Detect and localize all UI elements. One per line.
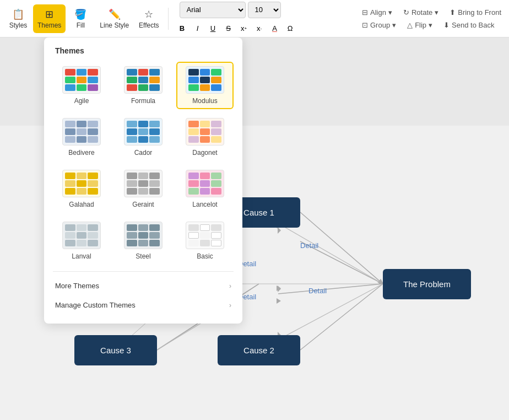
fill-icon: 🪣	[74, 8, 86, 20]
cador-label: Cador	[134, 149, 153, 157]
theme-modulus[interactable]: Modulus	[176, 62, 234, 109]
modulus-label: Modulus	[192, 97, 217, 105]
flip-label: Flip	[415, 21, 426, 29]
galahad-preview	[62, 170, 101, 197]
bring-front-button[interactable]: ⬆ Bring to Front	[446, 7, 505, 18]
bold-button[interactable]: B	[175, 21, 189, 36]
main-toolbar: 📋 Styles ⊞ Themes 🪣 Fill ✏️ Line Style ☆…	[0, 0, 509, 37]
problem-node[interactable]: The Problem	[383, 269, 471, 299]
effects-label: Effects	[139, 21, 159, 29]
svg-marker-6	[277, 298, 281, 304]
themes-dropdown: Themes Agile	[44, 37, 242, 324]
steel-preview	[124, 222, 163, 249]
problem-label: The Problem	[403, 279, 451, 289]
lanval-preview	[62, 222, 101, 249]
group-chevron: ▾	[392, 21, 396, 29]
more-themes-chevron: ›	[229, 282, 231, 290]
italic-button[interactable]: I	[191, 21, 205, 36]
group-button[interactable]: ⊡ Group ▾	[359, 20, 399, 30]
send-back-label: Send to Back	[452, 21, 494, 29]
theme-lanval[interactable]: Lanval	[53, 217, 110, 265]
font-size-select[interactable]: 10 12 14	[248, 2, 281, 18]
basic-preview	[186, 222, 224, 249]
toolbar-divider-1	[168, 8, 169, 30]
lanval-label: Lanval	[72, 252, 91, 260]
formula-label: Formula	[131, 97, 155, 105]
rotate-button[interactable]: ↻ Rotate ▾	[400, 7, 442, 18]
right-toolbar-row-2: ⊡ Group ▾ △ Flip ▾ ⬇ Send to Back	[359, 20, 505, 30]
subscript-button[interactable]: x-	[252, 21, 267, 36]
align-chevron: ▾	[388, 8, 392, 17]
themes-grid: Agile Formula	[53, 62, 234, 265]
fill-button[interactable]: 🪣 Fill	[67, 4, 94, 33]
dropdown-divider	[53, 271, 234, 272]
svg-marker-15	[278, 286, 281, 292]
rotate-chevron: ▾	[435, 8, 438, 17]
lancelot-preview	[186, 170, 224, 197]
flip-icon: △	[407, 21, 413, 29]
theme-agile[interactable]: Agile	[53, 62, 110, 109]
dagonet-label: Dagonet	[192, 149, 217, 157]
align-icon: ⊟	[362, 8, 368, 17]
cause3-node[interactable]: Cause 3	[74, 335, 157, 365]
right-toolbar: ⊟ Align ▾ ↻ Rotate ▾ ⬆ Bring to Front ⊡ …	[359, 7, 505, 30]
send-back-icon: ⬇	[443, 21, 450, 29]
line-style-label: Line Style	[100, 21, 129, 29]
effects-icon: ☆	[144, 8, 153, 20]
left-toolbar-group: 📋 Styles ⊞ Themes 🪣 Fill ✏️ Line Style ☆…	[4, 4, 164, 33]
cause2-node[interactable]: Cause 2	[218, 335, 300, 365]
styles-icon: 📋	[12, 8, 24, 20]
styles-button[interactable]: 📋 Styles	[4, 4, 32, 33]
align-button[interactable]: ⊟ Align ▾	[359, 7, 396, 18]
effects-button[interactable]: ☆ Effects	[134, 4, 163, 33]
align-label: Align	[370, 8, 386, 17]
themes-button[interactable]: ⊞ Themes	[33, 4, 66, 33]
detail-label-3: Detail	[308, 287, 327, 295]
geraint-label: Geraint	[132, 201, 154, 208]
line-style-button[interactable]: ✏️ Line Style	[95, 4, 133, 33]
theme-galahad[interactable]: Galahad	[53, 165, 110, 213]
dropdown-title: Themes	[53, 46, 234, 55]
group-icon: ⊡	[362, 21, 368, 29]
send-back-button[interactable]: ⬇ Send to Back	[440, 20, 497, 30]
strikethrough-button[interactable]: S	[221, 21, 236, 36]
svg-line-3	[278, 284, 383, 294]
manage-custom-item[interactable]: Manage Custom Themes ›	[53, 295, 234, 315]
cause1-label: Cause 1	[243, 208, 274, 217]
lancelot-label: Lancelot	[192, 201, 217, 208]
modulus-preview	[186, 66, 224, 94]
theme-geraint[interactable]: Geraint	[115, 165, 172, 213]
theme-steel[interactable]: Steel	[115, 217, 172, 265]
theme-lancelot[interactable]: Lancelot	[176, 165, 234, 213]
svg-marker-7	[277, 286, 281, 291]
theme-dagonet[interactable]: Dagonet	[176, 114, 234, 161]
theme-formula[interactable]: Formula	[115, 62, 172, 109]
manage-custom-label: Manage Custom Themes	[55, 301, 136, 309]
font-family-select[interactable]: Arial	[180, 2, 246, 18]
superscript-button[interactable]: x+	[237, 21, 251, 36]
canvas-area[interactable]: Cause 1 The Problem Cause 2 Cause 3 Deta…	[0, 37, 509, 420]
basic-label: Basic	[197, 252, 213, 260]
underline-button[interactable]: U	[206, 21, 220, 36]
special-char-button[interactable]: Ω	[283, 21, 297, 36]
formula-preview	[124, 66, 163, 94]
bedivere-label: Bedivere	[68, 149, 94, 157]
more-themes-item[interactable]: More Themes ›	[53, 276, 234, 295]
theme-bedivere[interactable]: Bedivere	[53, 114, 110, 161]
agile-preview	[62, 66, 101, 94]
font-controls: Arial 10 12 14	[180, 2, 297, 18]
flip-button[interactable]: △ Flip ▾	[404, 20, 436, 30]
geraint-preview	[124, 170, 163, 197]
theme-basic[interactable]: Basic	[176, 217, 234, 265]
format-buttons: B I U S x+ x- A Ω	[175, 21, 297, 36]
font-section: Arial 10 12 14 B I U S x+ x- A Ω	[175, 2, 297, 36]
theme-cador[interactable]: Cador	[115, 114, 172, 161]
group-label: Group	[370, 21, 390, 29]
dagonet-preview	[186, 118, 224, 146]
font-color-button[interactable]: A	[268, 21, 282, 36]
bring-front-icon: ⬆	[450, 8, 456, 17]
cador-preview	[124, 118, 163, 146]
line-style-icon: ✏️	[109, 8, 121, 20]
fill-label: Fill	[77, 21, 85, 29]
rotate-icon: ↻	[403, 8, 409, 17]
